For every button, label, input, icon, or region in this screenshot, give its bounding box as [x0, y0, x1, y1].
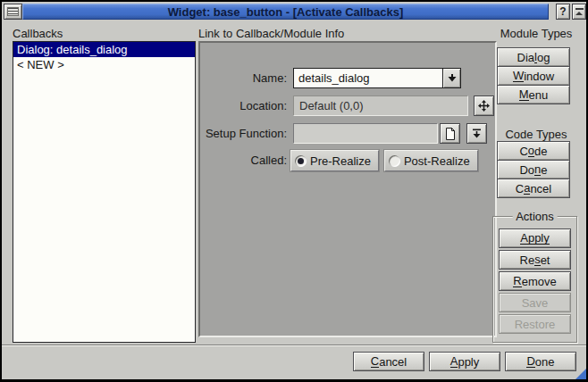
- called-label: Called:: [202, 150, 290, 170]
- callback-info-panel: Name: details_dialog Location: Default (…: [198, 41, 497, 337]
- question-mark-icon: ?: [559, 5, 566, 18]
- footer-buttons: CancelApplyDone: [353, 352, 576, 371]
- done-button[interactable]: Done: [497, 160, 570, 179]
- module-types-heading: Module Types: [491, 27, 581, 40]
- code-types-buttons: CodeDoneCancel: [497, 141, 570, 198]
- setup-function-input[interactable]: [293, 123, 438, 144]
- menu-button[interactable]: Menu: [497, 85, 570, 104]
- radio-post-realize[interactable]: Post-Realize: [384, 150, 478, 171]
- dialog-button[interactable]: Dialog: [497, 47, 570, 67]
- done-button[interactable]: Done: [505, 352, 576, 371]
- move-icon: [477, 99, 491, 112]
- radio-pre-realize[interactable]: Pre-Realize: [290, 150, 379, 171]
- pick-function-button[interactable]: [466, 123, 487, 144]
- cancel-button[interactable]: Cancel: [353, 352, 424, 371]
- dialog-window: Widget: base_button - [Activate Callback…: [0, 0, 588, 382]
- cancel-button[interactable]: Cancel: [497, 179, 570, 198]
- code-button[interactable]: Code: [497, 141, 570, 161]
- radio-label: Post-Realize: [404, 154, 470, 168]
- actions-buttons: ApplyResetRemoveSaveRestore: [499, 228, 571, 334]
- location-label: Location:: [202, 96, 290, 116]
- save-button: Save: [499, 293, 571, 312]
- module-types-buttons: DialogWindowMenu: [497, 47, 570, 104]
- shade-button[interactable]: [572, 4, 586, 20]
- shade-icon: [575, 8, 584, 15]
- restore-button: Restore: [499, 314, 571, 334]
- radio-icon: [389, 155, 400, 167]
- callbacks-list: Dialog: details_dialog< NEW >: [13, 41, 196, 343]
- window-button[interactable]: Window: [497, 66, 570, 86]
- callbacks-heading: Callbacks: [13, 27, 63, 40]
- name-value[interactable]: details_dialog: [294, 69, 442, 87]
- callback-list-item[interactable]: < NEW >: [13, 57, 195, 72]
- window-menu-icon: [7, 7, 19, 16]
- chevron-down-icon: [448, 74, 457, 82]
- name-dropdown-button[interactable]: [442, 69, 460, 87]
- apply-button[interactable]: Apply: [499, 228, 571, 248]
- name-combobox[interactable]: details_dialog: [293, 68, 461, 88]
- callback-list-item[interactable]: Dialog: details_dialog: [13, 42, 195, 57]
- actions-heading: Actions: [512, 210, 558, 223]
- location-row: Location: Default (0,0): [202, 96, 493, 117]
- code-types-heading: Code Types: [491, 128, 581, 141]
- new-function-button[interactable]: [440, 123, 460, 144]
- footer-separator: [2, 345, 586, 346]
- resize-grip[interactable]: [575, 369, 586, 379]
- actions-group: Actions ApplyResetRemoveSaveRestore: [492, 216, 577, 343]
- called-row: Called: Pre-RealizePost-Realize: [202, 150, 493, 172]
- window-title: Widget: base_button - [Activate Callback…: [168, 5, 404, 19]
- help-button[interactable]: ?: [556, 4, 570, 20]
- title-bar[interactable]: Widget: base_button - [Activate Callback…: [22, 4, 549, 20]
- new-document-icon: [445, 128, 456, 140]
- window-menu-button[interactable]: [4, 4, 22, 20]
- remove-button[interactable]: Remove: [499, 271, 571, 291]
- down-from-bar-icon: [471, 128, 483, 139]
- setup-function-label: Setup Function:: [202, 123, 290, 144]
- apply-button[interactable]: Apply: [429, 352, 500, 371]
- name-row: Name: details_dialog: [202, 68, 493, 89]
- reset-button[interactable]: Reset: [499, 250, 571, 270]
- radio-icon: [295, 155, 307, 167]
- location-field[interactable]: Default (0,0): [293, 96, 468, 116]
- move-location-button[interactable]: [474, 96, 494, 116]
- info-heading: Link to Callback/Module Info: [198, 27, 344, 40]
- name-label: Name:: [202, 68, 290, 88]
- called-radio-group: Pre-RealizePost-Realize: [290, 150, 478, 171]
- setup-function-row: Setup Function:: [202, 123, 493, 145]
- radio-label: Pre-Realize: [310, 154, 371, 168]
